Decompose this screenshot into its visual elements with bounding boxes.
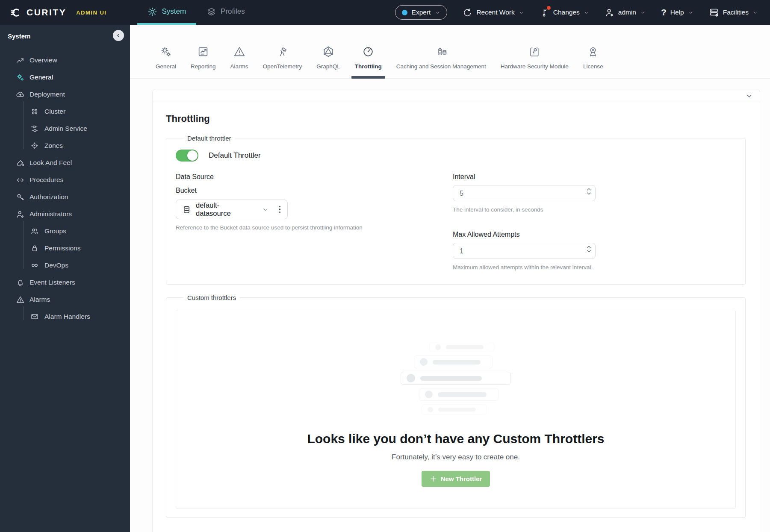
gears-icon [16, 73, 25, 82]
tab-license[interactable]: License [577, 45, 609, 78]
sidebar-nav: Overview General Deployment [0, 52, 130, 325]
admin-ui-badge: ADMIN UI [76, 9, 106, 16]
bell-icon [16, 278, 25, 287]
tab-graphql[interactable]: GraphQL [310, 45, 346, 78]
topbar-menus: Expert Recent Work Change [395, 0, 758, 25]
sidebar-item-authorization[interactable]: Authorization [0, 188, 130, 206]
mode-dot-icon [402, 10, 407, 15]
sidebar-item-label: Groups [44, 227, 66, 235]
tab-system[interactable]: System [137, 0, 196, 25]
topbar-tabs: System Profiles [137, 0, 255, 25]
award-icon [587, 45, 599, 58]
gauge-icon [362, 45, 375, 58]
sidebar-item-zones[interactable]: Zones [0, 137, 130, 154]
infinity-icon [30, 261, 39, 270]
skeleton-row [429, 342, 494, 352]
collapse-chevron-icon[interactable] [746, 92, 753, 100]
sidebar-item-devops[interactable]: DevOps [0, 257, 130, 274]
new-throttler-button[interactable]: New Throttler [422, 471, 490, 487]
sidebar-item-alarms[interactable]: Alarms [0, 291, 130, 308]
recent-work-menu[interactable]: Recent Work [463, 8, 524, 18]
help-label: Help [670, 9, 684, 16]
chevron-down-icon [435, 10, 440, 15]
key-icon [16, 193, 25, 202]
help-menu[interactable]: ? Help [661, 7, 693, 18]
topbar: CURITY ADMIN UI System Profiles Exp [0, 0, 770, 25]
sidebar-item-procedures[interactable]: Procedures [0, 171, 130, 188]
max-attempts-input[interactable]: 1 [453, 243, 596, 259]
bucket-select[interactable]: default-datasource [176, 200, 288, 219]
tab-label: Alarms [230, 63, 248, 70]
sidebar-item-permissions[interactable]: Permissions [0, 240, 130, 257]
skeleton-row [401, 372, 511, 385]
number-stepper[interactable] [587, 245, 591, 253]
kebab-menu-icon[interactable] [277, 204, 283, 215]
user-menu[interactable]: admin [605, 8, 646, 18]
server-gear-icon [709, 7, 719, 18]
sidebar-item-general[interactable]: General [0, 69, 130, 86]
sidebar-item-look-and-feel[interactable]: Look And Feel [0, 154, 130, 171]
history-icon [463, 8, 472, 18]
interval-value: 5 [460, 185, 463, 202]
sidebar-item-event-listeners[interactable]: Event Listeners [0, 274, 130, 291]
logo: CURITY ADMIN UI [10, 0, 106, 25]
sidebar-item-label: Look And Feel [30, 159, 72, 167]
stepper-up-icon[interactable] [587, 188, 591, 191]
tab-hsm[interactable]: Hardware Security Module [495, 45, 575, 78]
curity-logo-icon [10, 7, 22, 18]
sidebar-item-label: Administrators [30, 210, 72, 218]
mail-icon [30, 312, 39, 321]
settings-card: Throttling Default throttler Default Thr… [152, 89, 760, 532]
tab-opentelemetry[interactable]: OpenTelemetry [257, 45, 308, 78]
tab-profiles[interactable]: Profiles [196, 0, 255, 25]
hierarchy-icon [30, 124, 39, 133]
bucket-value: default-datasource [196, 201, 253, 218]
sidebar-group-alarms: Alarm Handlers [0, 308, 130, 325]
interval-label: Interval [453, 173, 735, 181]
mode-selector[interactable]: Expert [395, 5, 448, 20]
tab-throttling[interactable]: Throttling [349, 45, 388, 78]
custom-throttlers-fieldset: Custom throttlers Looks like you don’t h… [166, 294, 746, 518]
interval-helper-text: The interval to consider, in seconds [453, 206, 735, 214]
fieldset-legend: Custom throttlers [183, 294, 240, 301]
sidebar-item-label: DevOps [44, 262, 68, 269]
sidebar-item-overview[interactable]: Overview [0, 52, 130, 69]
toggle-knob [187, 150, 198, 161]
user-label: admin [618, 9, 636, 16]
sidebar-item-alarm-handlers[interactable]: Alarm Handlers [0, 308, 130, 325]
commit-icon [540, 8, 549, 18]
changes-menu[interactable]: Changes [540, 8, 589, 18]
interval-input[interactable]: 5 [453, 185, 596, 201]
sidebar-item-administrators[interactable]: Administrators [0, 206, 130, 223]
sidebar-collapse-button[interactable] [113, 30, 124, 41]
sidebar-item-label: Overview [30, 56, 57, 64]
recent-work-label: Recent Work [476, 9, 514, 16]
user-gear-icon [605, 8, 614, 18]
tab-label: General [156, 63, 176, 70]
tab-caching-session[interactable]: Caching and Session Management [390, 45, 492, 78]
sidebar-item-cluster[interactable]: Cluster [0, 103, 130, 120]
sidebar-group-deployment: Cluster Admin Service Zo [0, 103, 130, 154]
sidebar-item-label: Authorization [30, 193, 68, 201]
number-stepper[interactable] [587, 188, 591, 195]
sidebar-item-admin-service[interactable]: Admin Service [0, 120, 130, 137]
sidebar-item-deployment[interactable]: Deployment [0, 86, 130, 103]
tab-reporting[interactable]: Reporting [185, 45, 222, 78]
chevron-down-icon [584, 10, 589, 15]
stepper-up-icon[interactable] [587, 245, 591, 249]
rocket-database-icon [435, 45, 448, 58]
gear-icon [148, 7, 157, 17]
brand-name: CURITY [27, 7, 66, 18]
question-icon: ? [661, 7, 667, 18]
default-throttler-toggle[interactable] [176, 150, 198, 162]
tab-alarms[interactable]: Alarms [224, 45, 254, 78]
stepper-down-icon[interactable] [587, 250, 591, 253]
sidebar-item-label: Cluster [44, 108, 65, 115]
graphql-icon [322, 45, 335, 58]
facilities-menu[interactable]: Facilities [709, 7, 758, 18]
toggle-label: Default Throttler [209, 151, 261, 160]
stepper-down-icon[interactable] [587, 192, 591, 195]
sidebar: System Overview General [0, 25, 130, 532]
sidebar-item-groups[interactable]: Groups [0, 223, 130, 240]
tab-general[interactable]: General [150, 45, 182, 78]
